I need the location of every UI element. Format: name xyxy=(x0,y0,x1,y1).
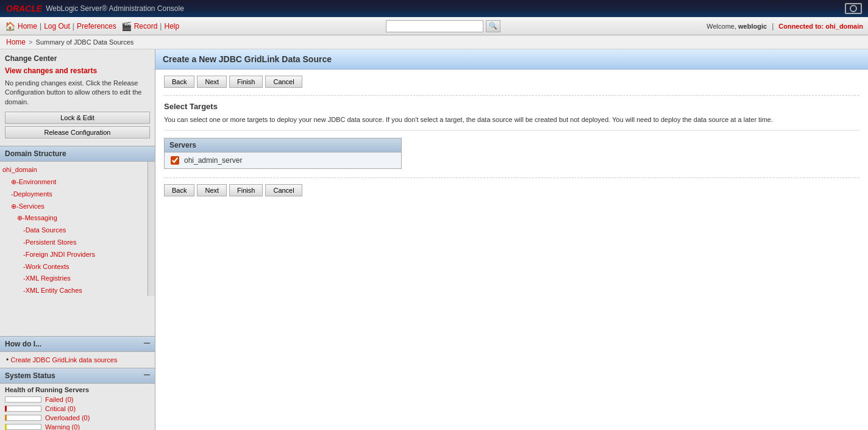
back-button-bottom[interactable]: Back xyxy=(164,184,194,196)
logout-link[interactable]: Log Out xyxy=(44,22,70,30)
tree-item-data-sources[interactable]: -Data Sources xyxy=(2,224,145,237)
health-bar-failed xyxy=(5,396,41,403)
tree-scrollbar[interactable] xyxy=(148,162,155,296)
welcome-text: Welcome, weblogic xyxy=(706,23,767,30)
system-status-content: Health of Running Servers Failed (0) Cri… xyxy=(0,384,155,430)
health-link-warning[interactable]: Warning (0) xyxy=(45,423,80,430)
form-area: Back Next Finish Cancel Select Targets Y… xyxy=(155,70,868,210)
health-link-failed[interactable]: Failed (0) xyxy=(45,396,73,403)
divider-bottom xyxy=(164,177,859,178)
cancel-button-bottom[interactable]: Cancel xyxy=(265,184,302,196)
power-icon xyxy=(845,3,862,14)
change-center-desc: No pending changes exist. Click the Rele… xyxy=(5,79,150,107)
lock-edit-button[interactable]: Lock & Edit xyxy=(5,112,150,124)
search-button[interactable]: 🔍 xyxy=(486,20,500,32)
create-gridlink-link[interactable]: Create JDBC GridLink data sources xyxy=(11,356,118,364)
power-symbol xyxy=(850,5,857,12)
servers-table: Servers ohi_admin_server xyxy=(164,138,402,169)
header-left: ORACLE WebLogic Server® Administration C… xyxy=(6,4,184,13)
oracle-logo: ORACLE xyxy=(6,4,42,13)
top-btn-row: Back Next Finish Cancel xyxy=(164,76,859,88)
tree-item-services[interactable]: ⊕-Services xyxy=(2,201,145,213)
how-do-i: How do I... — • Create JDBC GridLink dat… xyxy=(0,337,155,368)
finish-button-top[interactable]: Finish xyxy=(229,76,263,88)
back-button-top[interactable]: Back xyxy=(164,76,194,88)
health-row-critical: Critical (0) xyxy=(5,405,150,412)
breadcrumb-current: Summary of JDBC Data Sources xyxy=(36,38,134,46)
system-status-title: System Status — xyxy=(0,368,155,384)
breadcrumb-home[interactable]: Home xyxy=(6,38,26,46)
tree-item-foreign-jndi[interactable]: -Foreign JNDI Providers xyxy=(2,249,145,261)
header-title: WebLogic Server® Administration Console xyxy=(46,4,184,13)
health-link-overloaded[interactable]: Overloaded (0) xyxy=(45,414,90,421)
breadcrumb: Home > Summary of JDBC Data Sources xyxy=(0,35,868,49)
finish-button-bottom[interactable]: Finish xyxy=(229,184,263,196)
nav-icon: 🎬 xyxy=(121,21,132,31)
change-center: Change Center View changes and restarts … xyxy=(0,49,155,146)
domain-structure-title: Domain Structure xyxy=(0,146,155,162)
connected-label: Connected to: xyxy=(778,23,824,30)
tree-item-ohi_domain[interactable]: ohi_domain xyxy=(2,164,145,176)
search-input[interactable] xyxy=(386,20,483,32)
section-title: Select Targets xyxy=(164,102,859,111)
connected-domain: ohi_domain xyxy=(825,23,863,30)
home-icon: 🏠 xyxy=(5,21,15,31)
navbar: 🏠 Home | Log Out | Preferences 🎬 Record … xyxy=(0,17,868,35)
connected-info: Connected to: ohi_domain xyxy=(778,23,863,30)
tree-item-environment[interactable]: ⊕-Environment xyxy=(2,176,145,188)
header: ORACLE WebLogic Server® Administration C… xyxy=(0,0,868,17)
user-info-area: Welcome, weblogic | Connected to: ohi_do… xyxy=(706,22,863,30)
tree-item-xml-entity-caches[interactable]: -XML Entity Caches xyxy=(2,285,145,296)
health-row-failed: Failed (0) xyxy=(5,396,150,403)
nav-sep-1: | xyxy=(40,22,41,30)
nav-sep-3: | xyxy=(160,22,162,30)
server-checkbox[interactable] xyxy=(171,156,179,165)
servers-table-header: Servers xyxy=(165,138,401,152)
how-do-i-title: How do I... — xyxy=(0,337,155,352)
username: weblogic xyxy=(738,23,767,30)
divider-top xyxy=(164,95,859,96)
system-status: System Status — Health of Running Server… xyxy=(0,368,155,430)
nav-sep-2: | xyxy=(73,22,74,30)
collapse-icon[interactable]: — xyxy=(144,340,150,348)
tree-item-messaging[interactable]: ⊕-Messaging xyxy=(2,212,145,224)
next-button-bottom[interactable]: Next xyxy=(197,184,227,196)
view-changes-link[interactable]: View changes and restarts xyxy=(5,66,150,75)
health-bar-warning xyxy=(5,424,41,430)
health-title: Health of Running Servers xyxy=(5,386,150,393)
health-row-warning: Warning (0) xyxy=(5,423,150,430)
cancel-button-top[interactable]: Cancel xyxy=(265,76,302,88)
tree-item-xml-registries[interactable]: -XML Registries xyxy=(2,273,145,285)
health-row-overloaded: Overloaded (0) xyxy=(5,414,150,421)
content-heading: Create a New JDBC GridLink Data Source xyxy=(163,54,861,64)
tree-item-work-contexts[interactable]: -Work Contexts xyxy=(2,261,145,273)
record-link[interactable]: Record xyxy=(134,22,158,30)
server-name: ohi_admin_server xyxy=(184,156,242,165)
breadcrumb-sep: > xyxy=(29,38,32,46)
server-row: ohi_admin_server xyxy=(165,152,401,168)
health-link-critical[interactable]: Critical (0) xyxy=(45,405,76,412)
tree-item-deployments[interactable]: -Deployments xyxy=(2,188,145,201)
bottom-btn-row: Back Next Finish Cancel xyxy=(164,184,859,196)
main-layout: Change Center View changes and restarts … xyxy=(0,49,868,430)
health-bar-critical xyxy=(5,406,41,412)
tree-scroll: ohi_domain ⊕-Environment -Deployments ⊕-… xyxy=(0,162,155,296)
section-desc: You can select one or more targets to de… xyxy=(164,115,859,131)
change-center-title: Change Center xyxy=(5,54,150,63)
next-button-top[interactable]: Next xyxy=(197,76,227,88)
domain-structure: Domain Structure ohi_domain ⊕-Environmen… xyxy=(0,146,155,337)
navbar-links: 🏠 Home | Log Out | Preferences 🎬 Record … xyxy=(5,21,179,31)
content-area: Create a New JDBC GridLink Data Source B… xyxy=(155,49,868,430)
home-link[interactable]: Home xyxy=(18,22,37,30)
help-link[interactable]: Help xyxy=(164,22,179,30)
search-bar: 🔍 xyxy=(386,20,500,32)
system-status-collapse-icon[interactable]: — xyxy=(144,371,150,380)
release-config-button[interactable]: Release Configuration xyxy=(5,126,150,138)
left-panel: Change Center View changes and restarts … xyxy=(0,49,155,430)
tree-container: ohi_domain ⊕-Environment -Deployments ⊕-… xyxy=(0,162,148,296)
tree-item-persistent-stores[interactable]: -Persistent Stores xyxy=(2,237,145,249)
content-title: Create a New JDBC GridLink Data Source xyxy=(155,49,868,70)
health-bar-overloaded xyxy=(5,415,41,421)
preferences-link[interactable]: Preferences xyxy=(77,22,116,30)
how-do-i-content: • Create JDBC GridLink data sources xyxy=(0,352,155,368)
